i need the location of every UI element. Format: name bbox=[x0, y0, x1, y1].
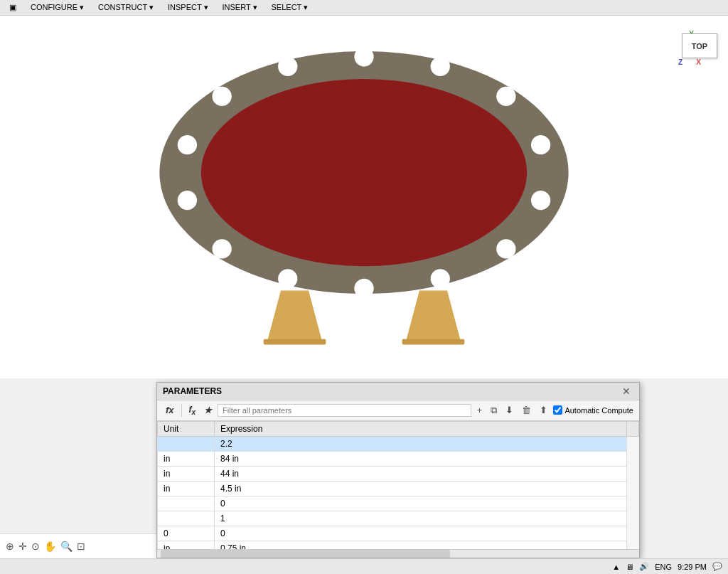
nav-fit-icon[interactable]: ⊡ bbox=[77, 541, 85, 552]
hole-1 bbox=[278, 57, 297, 76]
nav-cursor-icon[interactable]: ✛ bbox=[18, 541, 27, 552]
main-toolbar: ▣ CONFIGURE ▾ CONSTRUCT ▾ INSPECT ▾ INSE… bbox=[0, 0, 728, 16]
statusbar-time: 9:29 PM bbox=[678, 563, 707, 571]
cell-expression: 4.5 in bbox=[215, 482, 627, 496]
params-import-button[interactable]: ⬇ bbox=[503, 403, 516, 417]
cell-unit bbox=[158, 437, 215, 452]
toolbar-select-btn[interactable]: SELECT ▾ bbox=[265, 1, 315, 14]
table-inner-ellipse bbox=[201, 79, 527, 266]
axis-cube-top-face[interactable]: TOP bbox=[682, 33, 717, 58]
hole-9 bbox=[354, 279, 373, 298]
params-fx-button[interactable]: fx bbox=[163, 403, 177, 417]
parameters-table: Unit Expression 2.2 in 84 in in 44 in bbox=[157, 421, 639, 549]
hole-4 bbox=[496, 87, 515, 106]
cell-expression: 0 bbox=[215, 526, 627, 541]
params-horizontal-scrollbar[interactable] bbox=[157, 549, 639, 558]
toolbar-inspect-btn[interactable]: INSPECT ▾ bbox=[161, 1, 215, 14]
params-copy-button[interactable]: ⧉ bbox=[488, 403, 500, 418]
cell-expression: 0 bbox=[215, 496, 627, 511]
parameters-close-button[interactable]: ✕ bbox=[619, 386, 633, 397]
3d-viewport[interactable]: Y TOP Z X bbox=[0, 16, 728, 378]
statusbar: ▲ 🖥 🔊 ENG 9:29 PM 💬 bbox=[0, 558, 728, 574]
poker-table-svg bbox=[87, 23, 641, 357]
cell-unit: in bbox=[158, 482, 215, 496]
hole-3 bbox=[431, 57, 450, 76]
axis-z-label: Z bbox=[678, 58, 682, 66]
toolbar-configure-btn[interactable]: CONFIGURE ▾ bbox=[24, 1, 90, 14]
table-leg-left bbox=[267, 290, 323, 342]
hole-2 bbox=[354, 47, 373, 66]
cell-unit bbox=[158, 496, 215, 511]
table-row[interactable]: 1 bbox=[158, 511, 639, 526]
cell-unit: in bbox=[158, 467, 215, 482]
toolbar-construct-btn[interactable]: CONSTRUCT ▾ bbox=[92, 1, 160, 14]
col-scroll-header bbox=[627, 422, 639, 437]
parameters-panel: PARAMETERS ✕ fx fx ★ + ⧉ ⬇ 🗑 ⬆ Automatic… bbox=[156, 382, 640, 558]
parameters-table-wrap[interactable]: Unit Expression 2.2 in 84 in in 44 in bbox=[157, 421, 639, 549]
table-leg-right bbox=[406, 290, 461, 342]
hole-5 bbox=[531, 135, 550, 154]
table-row[interactable]: 0 bbox=[158, 496, 639, 511]
auto-compute-checkbox[interactable] bbox=[553, 405, 562, 415]
table-row[interactable]: in 0.75 in bbox=[158, 541, 639, 550]
col-expression-header: Expression bbox=[215, 422, 627, 437]
cell-expression: 84 in bbox=[215, 452, 627, 467]
cell-unit bbox=[158, 511, 215, 526]
cell-expression: 2.2 bbox=[215, 437, 627, 452]
hole-12 bbox=[178, 191, 197, 210]
cell-expression: 44 in bbox=[215, 467, 627, 482]
hole-6 bbox=[531, 191, 550, 210]
statusbar-monitor-icon: 🖥 bbox=[626, 563, 633, 571]
toolbar-grid-btn[interactable]: ▣ bbox=[3, 1, 23, 14]
viewport-nav-bar: ⊕ ✛ ⊙ ✋ 🔍 ⊡ bbox=[0, 533, 156, 558]
axis-x-label: X bbox=[696, 58, 701, 66]
auto-compute-text: Automatic Compute bbox=[564, 406, 633, 415]
col-unit-header: Unit bbox=[158, 422, 215, 437]
params-add-button[interactable]: + bbox=[474, 403, 486, 417]
table-leg-left-foot bbox=[264, 339, 326, 345]
cell-expression: 0.75 in bbox=[215, 541, 627, 550]
cell-unit: in bbox=[158, 452, 215, 467]
table-row[interactable]: in 84 in bbox=[158, 452, 639, 467]
statusbar-language: ENG bbox=[655, 563, 672, 571]
params-fx2-button[interactable]: fx bbox=[186, 403, 199, 418]
hole-13 bbox=[178, 135, 197, 154]
cell-expression: 1 bbox=[215, 511, 627, 526]
params-star-button[interactable]: ★ bbox=[201, 404, 215, 417]
hole-11 bbox=[212, 239, 231, 258]
auto-compute-label[interactable]: Automatic Compute bbox=[553, 405, 633, 415]
axis-cube[interactable]: Y TOP Z X bbox=[671, 30, 721, 80]
nav-zoom-icon[interactable]: 🔍 bbox=[60, 541, 73, 552]
statusbar-sound-icon: 🔊 bbox=[639, 562, 649, 571]
parameters-titlebar: PARAMETERS ✕ bbox=[157, 383, 639, 400]
parameters-title: PARAMETERS bbox=[163, 386, 222, 396]
axis-cube-label: TOP bbox=[692, 42, 707, 51]
hole-7 bbox=[496, 239, 515, 258]
table-row[interactable]: in 44 in bbox=[158, 467, 639, 482]
parameters-toolbar: fx fx ★ + ⧉ ⬇ 🗑 ⬆ Automatic Compute bbox=[157, 400, 639, 421]
cell-unit: 0 bbox=[158, 526, 215, 541]
nav-pan-icon[interactable]: ✋ bbox=[44, 541, 56, 552]
statusbar-chat-icon: 💬 bbox=[712, 562, 722, 571]
statusbar-arrow-icon: ▲ bbox=[612, 563, 620, 571]
table-row[interactable]: 0 0 bbox=[158, 526, 639, 541]
nav-home-icon[interactable]: ⊕ bbox=[6, 541, 14, 552]
hole-14 bbox=[212, 87, 231, 106]
hole-8 bbox=[431, 269, 450, 288]
params-export-button[interactable]: ⬆ bbox=[537, 403, 550, 417]
table-leg-right-foot bbox=[402, 339, 465, 345]
cell-unit: in bbox=[158, 541, 215, 550]
nav-orbit-icon[interactable]: ⊙ bbox=[31, 541, 40, 552]
hole-10 bbox=[278, 269, 297, 288]
params-filter-input[interactable] bbox=[218, 404, 471, 417]
params-delete-button[interactable]: 🗑 bbox=[519, 403, 534, 417]
params-sep-1 bbox=[181, 404, 182, 417]
table-row[interactable]: in 4.5 in bbox=[158, 482, 639, 496]
toolbar-insert-btn[interactable]: INSERT ▾ bbox=[216, 1, 264, 14]
table-row[interactable]: 2.2 bbox=[158, 437, 639, 452]
